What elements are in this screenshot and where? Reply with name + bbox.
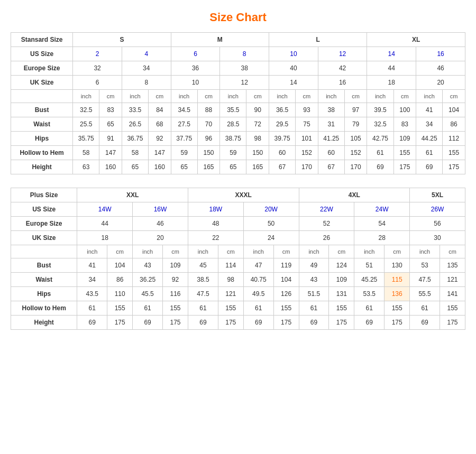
hollow-hem-label: Hollow to Hem [11, 146, 73, 160]
bust-row: Bust 32.583 33.584 34.588 35.590 36.593 … [11, 103, 465, 117]
plus-bust-row: Bust 41104 43109 45114 47119 49124 51130… [11, 258, 465, 273]
plus-uk-18: 18 [77, 231, 133, 245]
plus-unit-cm-5: cm [329, 245, 354, 258]
unit-cm-7: cm [393, 90, 416, 103]
plus-hollow-hem-label: Hollow to Hem [11, 301, 77, 316]
us-size-16: 16 [416, 47, 465, 61]
unit-cm-5: cm [296, 90, 318, 103]
us-size-6: 6 [171, 47, 220, 61]
plus-unit-inch-5: inch [299, 245, 329, 258]
xxl-group: XXL [77, 188, 188, 202]
plus-unit-cm-4: cm [273, 245, 299, 258]
uk-6: 6 [73, 76, 122, 90]
plus-us-20w: 20W [243, 202, 299, 217]
plus-unit-inch-1: inch [77, 245, 107, 258]
unit-cm-1: cm [99, 90, 122, 103]
eu-36: 36 [171, 61, 220, 76]
plus-uk-22: 22 [188, 231, 243, 245]
unit-inch-7: inch [367, 90, 393, 103]
uk-20: 20 [416, 76, 465, 90]
plus-us-22w: 22W [299, 202, 354, 217]
plus-unit-inch-2: inch [133, 245, 163, 258]
plus-us-size-row: US Size 14W 16W 18W 20W 22W 24W 26W [11, 202, 465, 217]
unit-cm-3: cm [197, 90, 220, 103]
plus-europe-size-label: Europe Size [11, 217, 77, 231]
unit-cm-6: cm [344, 90, 367, 103]
plus-eu-56: 56 [410, 217, 465, 231]
unit-cm-2: cm [149, 90, 171, 103]
plus-waist-row: Waist 3486 36.2592 38.598 40.75104 43109… [11, 273, 465, 287]
plus-hollow-hem-row: Hollow to Hem 61155 61155 61155 61155 61… [11, 301, 465, 316]
plus-height-label: Height [11, 316, 77, 330]
uk-size-label: UK Size [11, 76, 73, 90]
unit-cm-4: cm [246, 90, 269, 103]
plus-uk-24: 24 [243, 231, 299, 245]
plus-eu-46: 46 [133, 217, 188, 231]
uk-18: 18 [367, 76, 416, 90]
us-size-row: US Size 2 4 6 8 10 12 14 16 [11, 47, 465, 61]
plus-bust-label: Bust [11, 258, 77, 273]
height-row: Height 63160 65160 65165 65165 67170 671… [11, 160, 465, 174]
plus-eu-54: 54 [354, 217, 410, 231]
size-group-row: Stansard Size S M L XL [11, 33, 465, 47]
hips-row: Hips 35.7591 36.7592 37.7596 38.7598 39.… [11, 132, 465, 146]
page-title: Size Chart [11, 11, 465, 24]
plus-unit-cm-2: cm [163, 245, 188, 258]
eu-34: 34 [122, 61, 171, 76]
plus-us-size-label: US Size [11, 202, 77, 217]
plus-unit-inch-6: inch [354, 245, 385, 258]
us-size-12: 12 [318, 47, 367, 61]
4xl-group: 4XL [299, 188, 410, 202]
plus-table: Plus Size XXL XXXL 4XL 5XL US Size 14W 1… [11, 188, 465, 330]
plus-uk-30: 30 [410, 231, 465, 245]
plus-us-24w: 24W [354, 202, 410, 217]
plus-uk-26: 26 [299, 231, 354, 245]
hips-label: Hips [11, 132, 73, 146]
waist-row: Waist 25.565 26.568 27.570 28.572 29.575… [11, 117, 465, 132]
plus-unit-inch-3: inch [188, 245, 218, 258]
plus-unit-row: inch cm inch cm inch cm inch cm inch cm … [11, 245, 465, 258]
uk-14: 14 [269, 76, 318, 90]
europe-size-label: Europe Size [11, 61, 73, 76]
plus-unit-inch-4: inch [243, 245, 273, 258]
height-label: Height [11, 160, 73, 174]
plus-us-16w: 16W [133, 202, 188, 217]
unit-inch-4: inch [220, 90, 246, 103]
m-group: M [171, 33, 269, 47]
standard-table: Stansard Size S M L XL US Size 2 4 6 8 1… [11, 32, 465, 174]
us-size-8: 8 [220, 47, 269, 61]
unit-inch-6: inch [318, 90, 344, 103]
xl-group: XL [367, 33, 465, 47]
plus-eu-44: 44 [77, 217, 133, 231]
plus-eu-48: 48 [188, 217, 243, 231]
plus-uk-size-row: UK Size 18 20 22 24 26 28 30 [11, 231, 465, 245]
uk-12: 12 [220, 76, 269, 90]
plus-unit-inch-7: inch [410, 245, 440, 258]
eu-42: 42 [318, 61, 367, 76]
xxxl-group: XXXL [188, 188, 299, 202]
5xl-group: 5XL [410, 188, 465, 202]
unit-inch-5: inch [269, 90, 296, 103]
plus-waist-label: Waist [11, 273, 77, 287]
us-size-2: 2 [73, 47, 122, 61]
unit-inch-3: inch [171, 90, 197, 103]
eu-38: 38 [220, 61, 269, 76]
plus-unit-cm-7: cm [440, 245, 465, 258]
europe-size-row: Europe Size 32 34 36 38 40 42 44 46 [11, 61, 465, 76]
plus-height-row: Height 69175 69175 69175 69175 69175 691… [11, 316, 465, 330]
uk-size-row: UK Size 6 8 10 12 14 16 18 20 [11, 76, 465, 90]
hollow-hem-row: Hollow to Hem 58147 58147 59150 59150 60… [11, 146, 465, 160]
uk-16: 16 [318, 76, 367, 90]
plus-uk-20: 20 [133, 231, 188, 245]
plus-hips-row: Hips 43.5110 45.5116 47.5121 49.5126 51.… [11, 287, 465, 301]
plus-uk-28: 28 [354, 231, 410, 245]
eu-40: 40 [269, 61, 318, 76]
us-size-10: 10 [269, 47, 318, 61]
us-size-4: 4 [122, 47, 171, 61]
plus-size-label: Plus Size [11, 188, 77, 202]
standard-size-chart: Stansard Size S M L XL US Size 2 4 6 8 1… [11, 32, 465, 174]
unit-inch-2: inch [122, 90, 148, 103]
unit-row: inch cm inch cm inch cm inch cm inch cm … [11, 90, 465, 103]
l-group: L [269, 33, 367, 47]
stansard-size-label: Stansard Size [11, 33, 73, 47]
